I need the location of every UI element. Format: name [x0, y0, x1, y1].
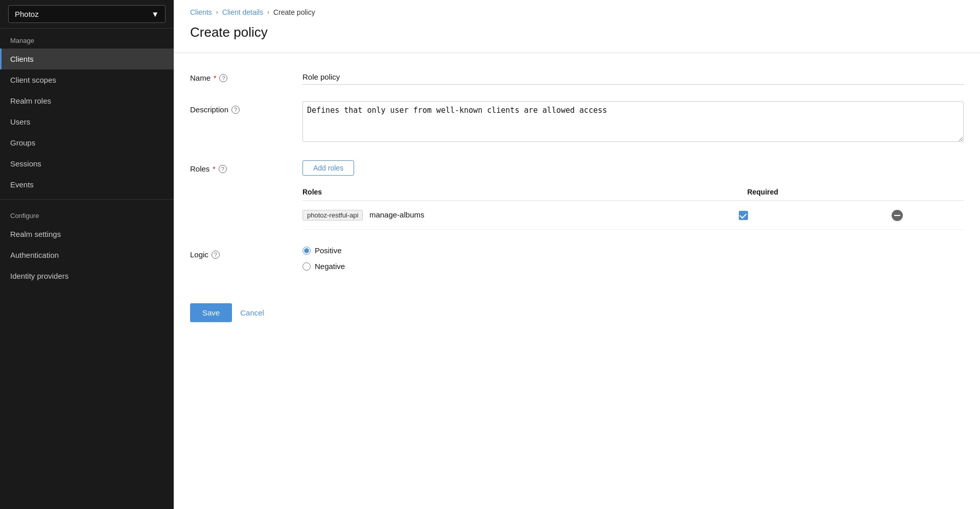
- sidebar-section-configure: Configure: [0, 204, 174, 224]
- table-row: photoz-restful-api manage-albums: [302, 201, 964, 230]
- roles-required: *: [213, 165, 215, 173]
- roles-table: Roles Required photoz-restful-api manage…: [302, 184, 964, 230]
- cancel-button[interactable]: Cancel: [240, 308, 264, 317]
- col-actions: [879, 184, 964, 201]
- logic-input-col: Positive Negative: [302, 246, 964, 271]
- app-selector[interactable]: Photoz ▼: [8, 5, 166, 23]
- sidebar-item-groups[interactable]: Groups: [0, 132, 174, 153]
- role-cell: photoz-restful-api manage-albums: [302, 201, 739, 230]
- sidebar-item-label: Authentication: [10, 251, 59, 259]
- logic-positive-radio[interactable]: [302, 247, 311, 255]
- logic-radio-group: Positive Negative: [302, 246, 964, 271]
- save-button[interactable]: Save: [190, 303, 232, 322]
- roles-table-header: Roles Required: [302, 184, 964, 201]
- logic-negative-radio[interactable]: [302, 262, 311, 271]
- breadcrumb-sep-1: ›: [216, 9, 218, 16]
- breadcrumb: Clients › Client details › Create policy: [174, 0, 980, 20]
- sidebar-item-users[interactable]: Users: [0, 111, 174, 132]
- dropdown-arrow-icon: ▼: [151, 10, 159, 18]
- main-content: Clients › Client details › Create policy…: [174, 0, 980, 509]
- breadcrumb-clients[interactable]: Clients: [190, 8, 212, 16]
- description-row: Description ?: [190, 101, 964, 144]
- title-divider: [174, 53, 980, 53]
- sidebar-item-label: Sessions: [10, 159, 41, 168]
- add-roles-button[interactable]: Add roles: [302, 160, 354, 176]
- logic-positive-option[interactable]: Positive: [302, 246, 964, 255]
- roles-label: Roles: [190, 164, 209, 173]
- sidebar-item-realm-roles[interactable]: Realm roles: [0, 90, 174, 111]
- sidebar-item-events[interactable]: Events: [0, 174, 174, 195]
- role-name: manage-albums: [369, 210, 425, 219]
- name-row: Name * ?: [190, 69, 964, 85]
- action-buttons: Save Cancel: [174, 287, 980, 347]
- breadcrumb-client-details[interactable]: Client details: [222, 8, 263, 16]
- name-help-icon[interactable]: ?: [219, 74, 227, 82]
- name-input[interactable]: [302, 69, 964, 85]
- name-label-col: Name * ?: [190, 69, 302, 82]
- roles-row: Roles * ? Add roles Roles Required: [190, 160, 964, 230]
- roles-help-icon[interactable]: ?: [219, 165, 227, 173]
- sidebar-item-label: Users: [10, 117, 30, 126]
- logic-positive-label: Positive: [315, 246, 342, 255]
- logic-label: Logic: [190, 250, 208, 259]
- sidebar-item-client-scopes[interactable]: Client scopes: [0, 69, 174, 90]
- sidebar-item-label: Identity providers: [10, 272, 68, 280]
- sidebar-divider: [0, 199, 174, 200]
- sidebar-item-identity-providers[interactable]: Identity providers: [0, 265, 174, 286]
- logic-help-icon[interactable]: ?: [212, 251, 220, 259]
- roles-label-col: Roles * ?: [190, 160, 302, 173]
- remove-role-button[interactable]: [892, 210, 903, 221]
- description-label: Description: [190, 105, 228, 114]
- logic-label-col: Logic ?: [190, 246, 302, 259]
- sidebar-item-authentication[interactable]: Authentication: [0, 245, 174, 265]
- description-input[interactable]: [302, 101, 964, 142]
- breadcrumb-sep-2: ›: [267, 9, 269, 16]
- name-required: *: [214, 74, 216, 82]
- logic-row: Logic ? Positive Negative: [190, 246, 964, 271]
- sidebar-item-label: Realm roles: [10, 96, 51, 105]
- logic-negative-label: Negative: [315, 262, 345, 271]
- name-input-col: [302, 69, 964, 85]
- sidebar-item-realm-settings[interactable]: Realm settings: [0, 224, 174, 245]
- sidebar-header: Photoz ▼: [0, 0, 174, 29]
- breadcrumb-current: Create policy: [273, 8, 315, 16]
- required-checkbox[interactable]: [739, 211, 748, 220]
- sidebar: Photoz ▼ Manage Clients Client scopes Re…: [0, 0, 174, 509]
- sidebar-item-label: Clients: [10, 55, 34, 63]
- create-policy-form: Name * ? Description ? Roles * ?: [174, 69, 980, 271]
- page-title: Create policy: [174, 20, 980, 53]
- sidebar-item-label: Groups: [10, 138, 35, 147]
- logic-negative-option[interactable]: Negative: [302, 262, 964, 271]
- remove-cell: [879, 201, 964, 230]
- app-name: Photoz: [15, 10, 39, 18]
- roles-input-col: Add roles Roles Required photoz-restful-…: [302, 160, 964, 230]
- description-input-col: [302, 101, 964, 144]
- sidebar-item-clients[interactable]: Clients: [0, 49, 174, 69]
- role-tag: photoz-restful-api: [302, 210, 363, 221]
- sidebar-item-label: Client scopes: [10, 76, 56, 84]
- required-cell: [739, 201, 879, 230]
- sidebar-item-label: Events: [10, 180, 34, 189]
- description-label-col: Description ?: [190, 101, 302, 114]
- col-required: Required: [739, 184, 879, 201]
- description-help-icon[interactable]: ?: [231, 106, 240, 114]
- col-roles: Roles: [302, 184, 739, 201]
- name-label: Name: [190, 74, 211, 82]
- sidebar-item-label: Realm settings: [10, 230, 61, 238]
- sidebar-section-manage: Manage: [0, 29, 174, 49]
- sidebar-item-sessions[interactable]: Sessions: [0, 153, 174, 174]
